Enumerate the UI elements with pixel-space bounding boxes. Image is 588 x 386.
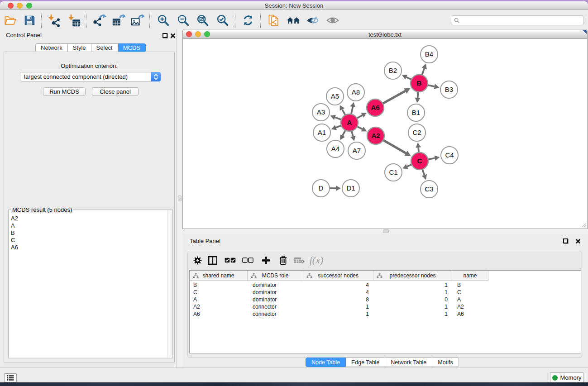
- graph-node-C1[interactable]: C1: [385, 164, 402, 181]
- vertical-splitter-handle[interactable]: [178, 195, 182, 201]
- column-header-name[interactable]: name: [452, 271, 488, 281]
- table-cell[interactable]: C: [457, 289, 488, 296]
- table-float-icon[interactable]: [563, 238, 568, 243]
- result-scrollbar[interactable]: [167, 210, 172, 357]
- column-header-MCDS-role[interactable]: MCDS role: [248, 271, 303, 281]
- graph-node-A[interactable]: A: [341, 114, 358, 131]
- table-cell[interactable]: A2: [457, 303, 488, 310]
- copy-network-button[interactable]: [266, 13, 282, 28]
- table-cell[interactable]: 1: [303, 310, 369, 318]
- table-cell[interactable]: 1: [373, 303, 448, 310]
- tab-style[interactable]: Style: [68, 43, 91, 52]
- graph-node-A7[interactable]: A7: [348, 142, 365, 159]
- graph-node-A3[interactable]: A3: [312, 104, 330, 121]
- export-image-button[interactable]: [129, 13, 145, 28]
- edge-A2-C[interactable]: [383, 140, 406, 153]
- graph-node-A2[interactable]: A2: [367, 127, 384, 144]
- edge-A-A3[interactable]: [335, 117, 342, 120]
- network-canvas[interactable]: B4B2BB3A5A8A6A3B1AA1C2A4A7A2C4CC1C3DD1: [182, 39, 588, 229]
- network-graph[interactable]: B4B2BB3A5A8A6A3B1AA1C2A4A7A2C4CC1C3DD1: [183, 39, 587, 228]
- table-cell[interactable]: C: [193, 289, 246, 296]
- table-cell[interactable]: 1: [303, 303, 369, 310]
- table-cell[interactable]: A: [457, 296, 488, 303]
- column-header-successor-nodes[interactable]: successor nodes: [303, 271, 373, 281]
- edge-B-B4[interactable]: [422, 68, 424, 76]
- table-cell[interactable]: dominator: [253, 289, 303, 296]
- graph-node-A8[interactable]: A8: [347, 84, 364, 101]
- graph-node-C[interactable]: C: [411, 152, 428, 170]
- tab-mcds[interactable]: MCDS: [118, 43, 146, 52]
- graph-node-B1[interactable]: B1: [407, 104, 425, 121]
- search-box[interactable]: [451, 15, 584, 25]
- close-panel-button[interactable]: Close panel: [92, 87, 139, 96]
- graph-node-C3[interactable]: C3: [421, 181, 438, 198]
- table-cell[interactable]: connector: [253, 303, 303, 310]
- node-table[interactable]: shared nameMCDS rolesuccessor nodesprede…: [189, 270, 581, 353]
- edge-B-B3[interactable]: [427, 85, 435, 86]
- tab-edge-table[interactable]: Edge Table: [346, 357, 385, 367]
- search-input[interactable]: [460, 16, 583, 24]
- mcds-result-item[interactable]: B: [11, 229, 172, 237]
- table-cell[interactable]: B: [457, 281, 488, 289]
- edge-C-C4[interactable]: [428, 158, 435, 159]
- refresh-layout-button[interactable]: [240, 13, 256, 28]
- save-session-button[interactable]: [22, 13, 37, 28]
- zoom-selected-button[interactable]: [215, 13, 230, 28]
- horizontal-splitter-handle[interactable]: [383, 229, 389, 233]
- table-cell[interactable]: 1: [373, 310, 448, 318]
- edge-A-A8[interactable]: [351, 107, 353, 114]
- graph-node-A5[interactable]: A5: [326, 88, 344, 105]
- table-cell[interactable]: B: [193, 281, 246, 289]
- delete-column-button[interactable]: [276, 253, 290, 267]
- deselect-all-button[interactable]: [241, 253, 254, 267]
- edge-A-A5[interactable]: [342, 110, 345, 115]
- tab-motifs[interactable]: Motifs: [432, 357, 459, 367]
- table-close-icon[interactable]: [575, 238, 581, 244]
- tab-network-table[interactable]: Network Table: [385, 357, 432, 367]
- function-builder-button[interactable]: f(x): [310, 253, 323, 267]
- table-cell[interactable]: 4: [303, 281, 369, 289]
- float-panel-icon[interactable]: [163, 33, 167, 38]
- zoom-in-button[interactable]: [156, 13, 171, 28]
- show-eye-button[interactable]: [325, 13, 340, 28]
- export-network-button[interactable]: [91, 13, 107, 28]
- graph-node-A1[interactable]: A1: [313, 124, 330, 141]
- table-cell[interactable]: A2: [193, 303, 246, 310]
- table-cell[interactable]: A: [193, 296, 246, 303]
- close-panel-icon[interactable]: [170, 33, 176, 38]
- mcds-result-item[interactable]: A2: [11, 215, 172, 222]
- graph-node-C4[interactable]: C4: [441, 147, 458, 164]
- graph-node-C2[interactable]: C2: [408, 124, 425, 141]
- table-cell[interactable]: connector: [253, 310, 303, 318]
- graph-node-D1[interactable]: D1: [342, 180, 359, 197]
- split-columns-button[interactable]: [206, 253, 220, 267]
- network-frame-titlebar[interactable]: testGlobe.txt: [182, 29, 588, 39]
- graph-node-A6[interactable]: A6: [367, 99, 384, 116]
- table-cell[interactable]: A6: [193, 310, 246, 318]
- zoom-out-button[interactable]: [176, 13, 191, 28]
- memory-button[interactable]: Memory: [550, 372, 583, 382]
- edge-A6-B[interactable]: [382, 91, 406, 104]
- graph-node-B[interactable]: B: [411, 75, 428, 92]
- vertical-splitter[interactable]: [177, 29, 182, 367]
- show-home-button[interactable]: [286, 13, 301, 28]
- graph-node-A4[interactable]: A4: [327, 140, 344, 157]
- table-cell[interactable]: 4: [303, 289, 369, 296]
- table-cell[interactable]: 1: [373, 289, 448, 296]
- graph-node-D[interactable]: D: [312, 180, 330, 197]
- tab-node-table[interactable]: Node Table: [306, 357, 346, 367]
- column-header-predecessor-nodes[interactable]: predecessor nodes: [373, 271, 452, 281]
- criterion-dropdown[interactable]: largest connected component (directed): [20, 72, 161, 81]
- graph-node-B2[interactable]: B2: [384, 62, 402, 79]
- table-cell[interactable]: 1: [373, 281, 448, 289]
- mcds-result-list[interactable]: A2ABCA6: [9, 210, 172, 357]
- mcds-result-item[interactable]: A6: [11, 244, 172, 251]
- table-cell[interactable]: 8: [303, 296, 369, 303]
- mcds-result-item[interactable]: A: [11, 222, 172, 229]
- tab-select[interactable]: Select: [91, 43, 118, 52]
- delete-table-button[interactable]: [292, 253, 306, 267]
- column-header-shared-name[interactable]: shared name: [190, 271, 248, 281]
- frame-resize-grip[interactable]: [581, 223, 586, 228]
- zoom-fit-button[interactable]: [195, 13, 210, 28]
- tab-network[interactable]: Network: [35, 43, 68, 52]
